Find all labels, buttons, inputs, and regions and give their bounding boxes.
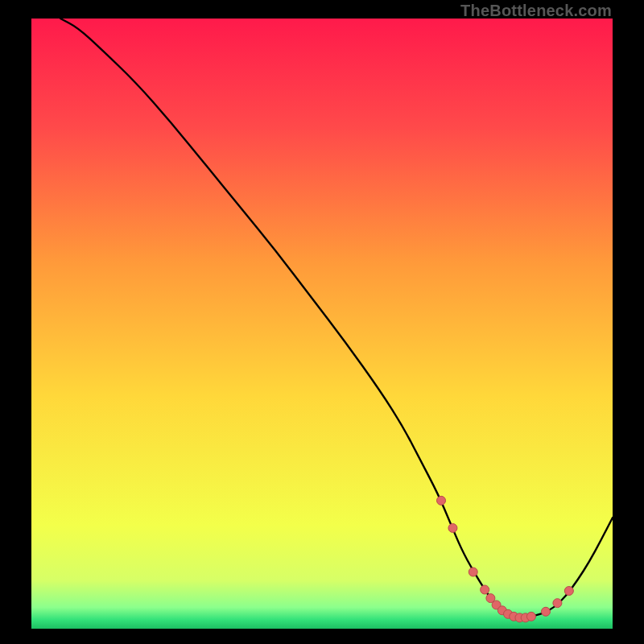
highlight-dot — [553, 599, 562, 608]
highlight-dot — [437, 496, 446, 505]
bottleneck-curve — [60, 19, 613, 617]
watermark-text: TheBottleneck.com — [460, 2, 612, 20]
highlight-dot — [448, 523, 457, 532]
highlight-dot — [564, 587, 573, 596]
chart-frame: TheBottleneck.com — [0, 0, 644, 644]
highlight-dot — [469, 568, 477, 576]
curve-layer — [31, 19, 613, 629]
highlight-dots — [437, 496, 574, 622]
plot-area — [31, 19, 613, 629]
highlight-dot — [526, 612, 535, 621]
highlight-dot — [481, 585, 489, 594]
highlight-dot — [541, 607, 550, 616]
